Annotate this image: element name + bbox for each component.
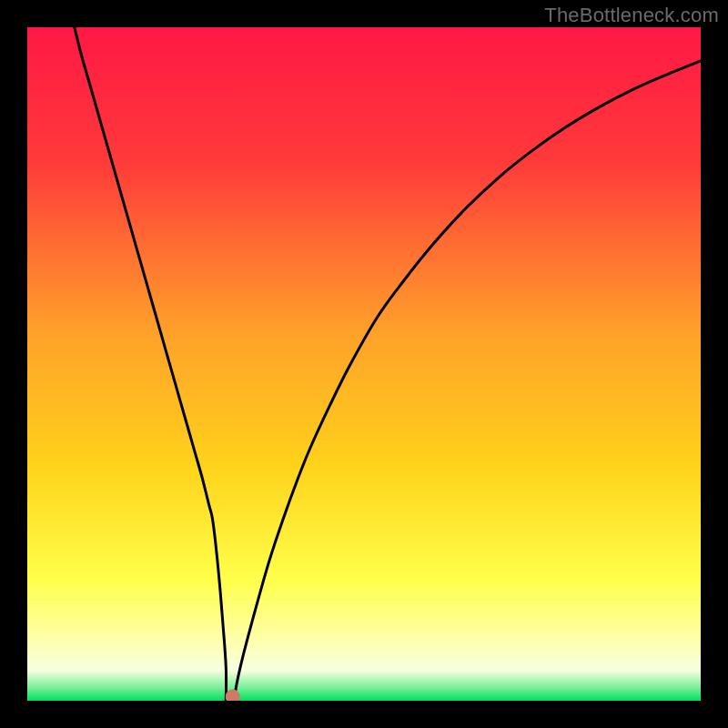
chart-background — [27, 27, 701, 701]
watermark-text: TheBottleneck.com — [544, 4, 719, 27]
bottleneck-chart — [27, 27, 701, 701]
chart-frame: TheBottleneck.com — [0, 0, 728, 728]
